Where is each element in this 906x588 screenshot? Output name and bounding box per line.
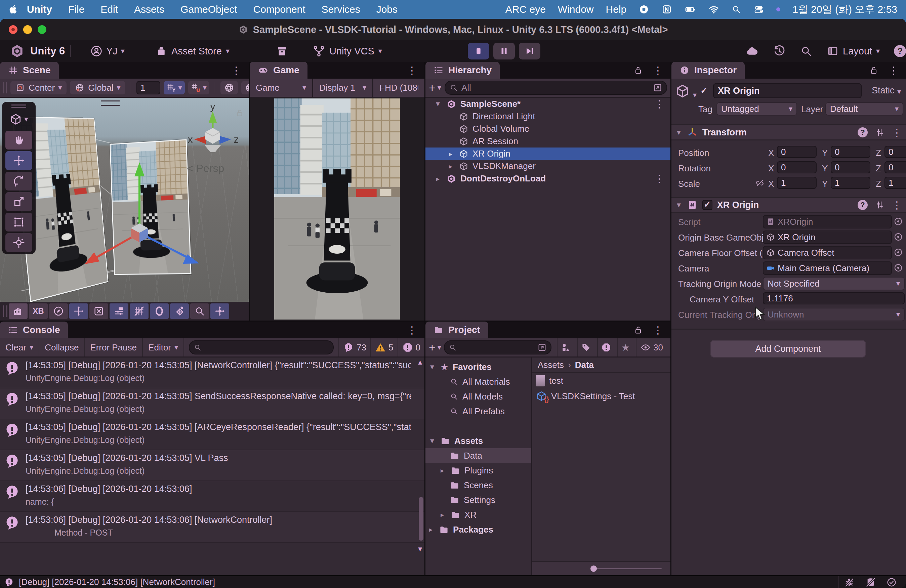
tools-mode-dropdown[interactable]: ▾ <box>10 112 28 129</box>
projection-mode-label[interactable]: < Persp <box>187 162 224 175</box>
xr-origin-header[interactable]: ▼ XR Origin ? ⋮ <box>672 197 906 213</box>
camera-floor-offset-field[interactable]: Camera Offset <box>763 246 892 260</box>
scale-z-input[interactable]: 1 <box>885 177 906 189</box>
tools-overlay-button[interactable] <box>89 303 108 319</box>
object-picker-icon[interactable] <box>893 263 903 275</box>
move-tool-button[interactable] <box>5 151 32 170</box>
scale-x-input[interactable]: 1 <box>777 177 817 189</box>
packages-root[interactable]: ▸ Packages <box>426 522 531 537</box>
project-search-expand-button[interactable] <box>538 343 547 352</box>
hierarchy-row-selected[interactable]: ▸ XR Origin <box>426 148 670 160</box>
overlay-toolbar-handle[interactable] <box>3 306 7 317</box>
transform-tool-button[interactable] <box>5 233 32 252</box>
inspector-lock-icon[interactable] <box>869 65 879 75</box>
help-icon[interactable]: ? <box>858 200 868 210</box>
scale-tool-button[interactable] <box>5 192 32 211</box>
filter-by-type-button[interactable] <box>557 338 574 357</box>
rotate-tool-button[interactable] <box>5 172 32 191</box>
gizmo-axis-y-label[interactable]: y <box>211 105 215 112</box>
undo-history-button[interactable] <box>773 45 786 57</box>
asset-file-row[interactable]: test <box>532 373 670 389</box>
grid-toggle-button[interactable] <box>130 303 148 319</box>
tab-game[interactable]: Game <box>250 62 308 79</box>
foldout-icon[interactable]: ▼ <box>675 201 682 209</box>
log-entry[interactable]: [14:53:05] [Debug] [2026-01-20 14:53:05]… <box>0 419 424 450</box>
clear-button[interactable]: Clear ▾ <box>0 338 39 357</box>
battery-icon[interactable] <box>684 4 696 15</box>
layer-dropdown[interactable]: Default ▾ <box>825 102 903 116</box>
log-entry[interactable]: [14:53:05] [Debug] [2026-01-20 14:53:05]… <box>0 357 424 389</box>
scale-link-icon[interactable] <box>755 178 765 191</box>
wifi-icon[interactable] <box>708 4 719 15</box>
presets-icon[interactable] <box>875 200 885 210</box>
tab-scene[interactable]: Scene <box>0 62 59 79</box>
package-manager-button[interactable] <box>276 40 288 62</box>
favorites-item[interactable]: All Prefabs <box>426 404 531 419</box>
account-dropdown[interactable]: YJ ▾ <box>90 40 125 62</box>
minimize-button[interactable] <box>23 25 32 34</box>
camera-object-field[interactable]: Main Camera (Camera) <box>763 261 892 275</box>
object-picker-icon[interactable] <box>893 217 903 229</box>
favorites-item[interactable]: All Materials <box>426 374 531 389</box>
window-titlebar[interactable]: SampleScene - VLSDK-Tutorial - Windows, … <box>0 19 906 40</box>
tab-project[interactable]: Project <box>426 322 488 338</box>
menu-edit[interactable]: Edit <box>93 4 126 15</box>
add-component-button[interactable]: Add Component <box>710 340 866 357</box>
origin-base-object-field[interactable]: XR Origin <box>763 231 892 244</box>
rect-tool-button[interactable] <box>5 213 32 231</box>
gizmo-axis-z-label[interactable]: z <box>234 134 239 145</box>
game-viewport[interactable] <box>250 98 424 320</box>
menu-gameobject[interactable]: GameObject <box>172 4 245 15</box>
transform-header[interactable]: ▼ Transform ? ⋮ <box>672 124 906 140</box>
scroll-down-arrow[interactable]: ▼ <box>417 546 423 552</box>
log-entry[interactable]: [14:53:05] [Debug] [2026-01-20 14:53:05]… <box>0 389 424 419</box>
pause-button[interactable] <box>493 43 515 59</box>
folder-row[interactable]: Scenes <box>426 478 531 492</box>
project-add-dropdown[interactable]: + ▾ <box>429 341 441 354</box>
console-search-input[interactable] <box>189 340 334 354</box>
position-y-input[interactable]: 0 <box>831 146 870 158</box>
gizmo-axis-x-label[interactable]: x <box>188 134 193 145</box>
object-picker-icon[interactable] <box>893 247 903 260</box>
tab-hierarchy[interactable]: Hierarchy <box>426 62 500 79</box>
resolution-dropdown[interactable]: FHD (1080x1920) <box>373 79 424 97</box>
hierarchy-search-expand-button[interactable] <box>653 83 662 92</box>
favorites-root[interactable]: ▼ ★ Favorites <box>426 360 531 374</box>
error-count-toggle[interactable]: 0 <box>397 338 424 357</box>
expander-icon[interactable]: ▸ <box>446 162 455 171</box>
scene-audio-button[interactable] <box>241 81 249 94</box>
control-center-icon[interactable] <box>753 4 764 15</box>
foldout-icon[interactable]: ▼ <box>675 129 682 136</box>
info-count-toggle[interactable]: 73 <box>338 338 370 357</box>
city-sim-button[interactable] <box>9 303 27 319</box>
search-overlay-button[interactable] <box>190 303 209 319</box>
display-dropdown[interactable]: Display 1 ▾ <box>313 79 373 97</box>
grid-size-input[interactable]: 1 <box>136 81 160 94</box>
expander-icon[interactable]: ▼ <box>428 363 436 371</box>
menu-window[interactable]: Window <box>558 4 594 15</box>
console-kebab-menu[interactable]: ⋮ <box>407 324 417 336</box>
navigation-button[interactable] <box>211 303 229 319</box>
layout-dropdown[interactable]: Layout ▾ <box>827 45 880 57</box>
position-x-input[interactable]: 0 <box>777 146 817 158</box>
menu-jobs[interactable]: Jobs <box>368 4 406 15</box>
menu-help[interactable]: Help <box>606 4 627 15</box>
expander-icon[interactable]: ▸ <box>446 150 455 158</box>
tab-inspector[interactable]: Inspector <box>672 62 745 79</box>
tracking-origin-mode-dropdown[interactable]: Not Specified ▾ <box>763 277 904 290</box>
folder-row[interactable]: ▸ XR <box>426 507 531 522</box>
cloud-button[interactable] <box>745 45 759 58</box>
hierarchy-search-input[interactable]: All <box>445 81 667 95</box>
hierarchy-row[interactable]: Global Volume <box>426 123 670 135</box>
menu-assets[interactable]: Assets <box>126 4 172 15</box>
help-button[interactable]: ? <box>894 45 906 57</box>
component-enabled-checkbox[interactable] <box>702 200 713 210</box>
game-kebab-menu[interactable]: ⋮ <box>407 65 417 76</box>
game-mode-dropdown[interactable]: Game ▾ <box>250 79 313 97</box>
hierarchy-add-dropdown[interactable]: + ▾ <box>429 81 441 94</box>
expander-icon[interactable]: ▸ <box>427 526 435 534</box>
menu-file[interactable]: File <box>60 4 93 15</box>
view-tool-button[interactable] <box>5 131 32 150</box>
hierarchy-row[interactable]: Directional Light <box>426 110 670 123</box>
hierarchy-kebab-menu[interactable]: ⋮ <box>653 65 663 76</box>
